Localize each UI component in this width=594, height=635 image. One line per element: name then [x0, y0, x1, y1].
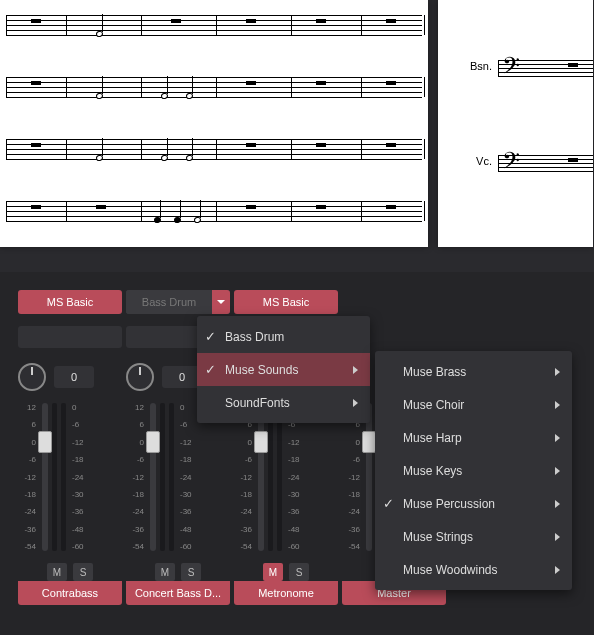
menu-item-label: Muse Keys — [403, 464, 462, 478]
level-meter — [160, 403, 165, 551]
fader-scale-right: 0-6-12-18-24-30-36-48-60 — [178, 403, 198, 551]
preset-button[interactable]: MS Basic — [234, 290, 338, 314]
chevron-right-icon — [555, 368, 560, 376]
chevron-right-icon — [555, 533, 560, 541]
staff-bsn: Bsn. 𝄢 — [498, 55, 593, 80]
chevron-right-icon — [353, 399, 358, 407]
pan-value[interactable]: 0 — [54, 366, 94, 388]
staff — [6, 8, 422, 44]
fader-handle[interactable] — [146, 431, 160, 453]
pan-value[interactable]: 0 — [162, 366, 202, 388]
mute-button[interactable]: M — [263, 563, 283, 581]
menu-item-muse-sounds[interactable]: ✓ Muse Sounds — [197, 353, 370, 386]
menu-item-label: Muse Sounds — [225, 363, 298, 377]
solo-button[interactable]: S — [181, 563, 201, 581]
menu-item-muse-strings[interactable]: ✓ Muse Strings — [375, 520, 572, 553]
menu-item-label: Muse Brass — [403, 365, 466, 379]
fader-scale-right: 0-6-12-18-24-30-36-48-60 — [286, 403, 306, 551]
preset-label[interactable]: Bass Drum — [126, 290, 212, 314]
chevron-down-icon — [217, 300, 225, 304]
staff — [6, 132, 422, 168]
menu-item-muse-brass[interactable]: ✓ Muse Brass — [375, 355, 572, 388]
level-meter — [169, 403, 174, 551]
preset-label: MS Basic — [47, 296, 93, 308]
check-icon: ✓ — [383, 496, 403, 511]
chevron-right-icon — [555, 467, 560, 475]
volume-fader[interactable] — [42, 403, 48, 551]
menu-item-label: Muse Harp — [403, 431, 462, 445]
fader-scale-left: 1260-6-12-18-24-36-54 — [126, 403, 146, 551]
staff-vc: Vc. 𝄢 — [498, 150, 593, 175]
pan-knob[interactable] — [126, 363, 154, 391]
menu-item-label: Muse Percussion — [403, 497, 495, 511]
fader-handle[interactable] — [38, 431, 52, 453]
volume-fader[interactable] — [150, 403, 156, 551]
menu-item-muse-choir[interactable]: ✓ Muse Choir — [375, 388, 572, 421]
menu-item-label: Muse Strings — [403, 530, 473, 544]
chevron-right-icon — [555, 500, 560, 508]
menu-item-label: Muse Woodwinds — [403, 563, 498, 577]
score-page-left[interactable] — [0, 0, 428, 247]
chevron-right-icon — [353, 366, 358, 374]
staff — [6, 70, 422, 106]
check-icon: ✓ — [205, 362, 225, 377]
preset-button[interactable]: MS Basic — [18, 290, 122, 314]
preset-button[interactable]: Bass Drum — [126, 290, 230, 314]
level-meter — [268, 403, 273, 551]
menu-item-muse-keys[interactable]: ✓ Muse Keys — [375, 454, 572, 487]
menu-item-muse-percussion[interactable]: ✓ Muse Percussion — [375, 487, 572, 520]
fader-scale-right: 0-6-12-18-24-30-36-48-60 — [70, 403, 90, 551]
chevron-right-icon — [555, 401, 560, 409]
menu-item-label: Bass Drum — [225, 330, 284, 344]
check-icon: ✓ — [205, 329, 225, 344]
fader-scale-left: 1260-6-12-18-24-36-54 — [342, 403, 362, 551]
level-meter — [61, 403, 66, 551]
level-meter — [277, 403, 282, 551]
solo-button[interactable]: S — [73, 563, 93, 581]
level-meter — [52, 403, 57, 551]
mute-button[interactable]: M — [155, 563, 175, 581]
muse-sounds-submenu: ✓ Muse Brass ✓ Muse Choir ✓ Muse Harp ✓ … — [375, 351, 572, 590]
track-name[interactable]: Concert Bass D... — [126, 581, 230, 605]
mute-button[interactable]: M — [47, 563, 67, 581]
menu-item-muse-woodwinds[interactable]: ✓ Muse Woodwinds — [375, 553, 572, 586]
preset-label: MS Basic — [263, 296, 309, 308]
fader-handle[interactable] — [362, 431, 376, 453]
chevron-right-icon — [555, 434, 560, 442]
score-view: Bsn. 𝄢 Vc. 𝄢 — [0, 0, 594, 247]
track-name[interactable]: Metronome — [234, 581, 338, 605]
menu-item-label: Muse Choir — [403, 398, 464, 412]
fx-slot[interactable] — [18, 326, 122, 348]
menu-item-bass-drum[interactable]: ✓ Bass Drum — [197, 320, 370, 353]
staff — [6, 194, 422, 230]
track-name[interactable]: Contrabass — [18, 581, 122, 605]
score-page-right[interactable]: Bsn. 𝄢 Vc. 𝄢 — [438, 0, 593, 247]
fader-scale-left: 1260-6-12-18-24-36-54 — [18, 403, 38, 551]
menu-item-soundfonts[interactable]: ✓ SoundFonts — [197, 386, 370, 419]
volume-fader[interactable] — [366, 403, 372, 551]
menu-item-muse-harp[interactable]: ✓ Muse Harp — [375, 421, 572, 454]
pan-knob[interactable] — [18, 363, 46, 391]
fader-handle[interactable] — [254, 431, 268, 453]
fader-scale-left: 1260-6-12-18-24-36-54 — [234, 403, 254, 551]
channel-prev — [12, 290, 14, 605]
preset-dropdown-toggle[interactable] — [212, 290, 230, 314]
volume-fader[interactable] — [258, 403, 264, 551]
menu-item-label: SoundFonts — [225, 396, 290, 410]
channel-contrabass: MS Basic 0 1260-6-12-18-24-36-54 0-6-12-… — [18, 290, 122, 605]
chevron-right-icon — [555, 566, 560, 574]
solo-button[interactable]: S — [289, 563, 309, 581]
sound-menu: ✓ Bass Drum ✓ Muse Sounds ✓ SoundFonts — [197, 316, 370, 423]
